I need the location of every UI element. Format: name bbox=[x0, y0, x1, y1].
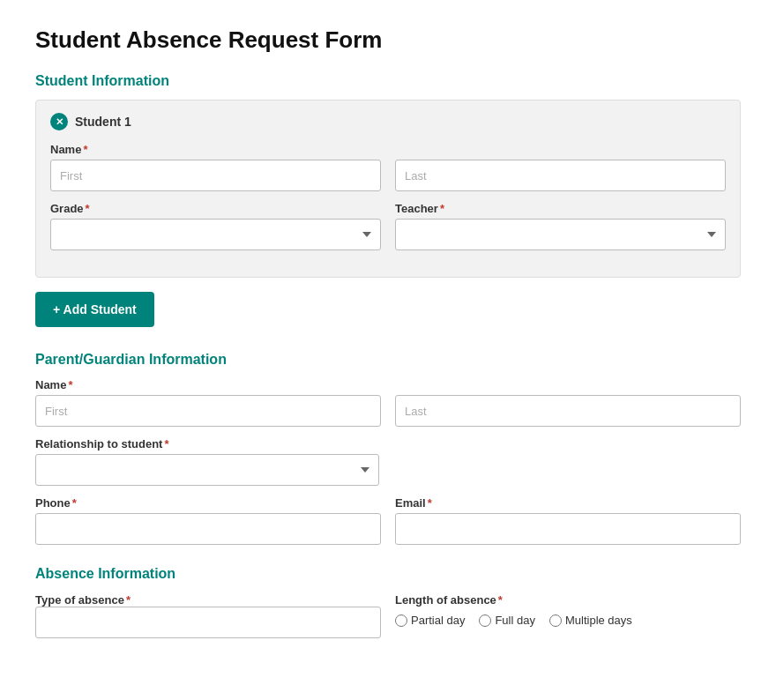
parent-last-name-group bbox=[395, 378, 741, 427]
student-name-row: Name* bbox=[50, 143, 726, 191]
email-required: * bbox=[428, 496, 432, 510]
student-first-name-group: Name* bbox=[50, 143, 381, 191]
page-title: Student Absence Request Form bbox=[35, 26, 741, 54]
teacher-select[interactable] bbox=[395, 219, 726, 250]
student-information-section: Student Information Student 1 Name* bbox=[35, 73, 741, 352]
phone-required: * bbox=[72, 496, 77, 510]
email-input[interactable] bbox=[395, 513, 741, 545]
teacher-required-star: * bbox=[440, 202, 444, 215]
parent-name-row: Name* bbox=[35, 378, 741, 427]
parent-last-name-input[interactable] bbox=[395, 395, 741, 427]
student-1-box: Student 1 Name* Grade* bbox=[35, 100, 741, 278]
add-student-button[interactable]: + Add Student bbox=[35, 292, 154, 327]
parent-first-name-group: Name* bbox=[35, 378, 381, 427]
phone-email-row: Phone* Email* bbox=[35, 496, 741, 545]
partial-day-label[interactable]: Partial day bbox=[395, 614, 465, 627]
relationship-label: Relationship to student* bbox=[35, 437, 379, 451]
student-1-header: Student 1 bbox=[50, 113, 726, 130]
partial-day-radio[interactable] bbox=[395, 614, 407, 627]
student-1-label: Student 1 bbox=[75, 115, 131, 129]
relationship-required: * bbox=[164, 437, 168, 451]
parent-info-title: Parent/Guardian Information bbox=[35, 352, 741, 368]
student-last-name-spacer bbox=[395, 143, 726, 156]
absence-information-section: Absence Information Type of absence* Len… bbox=[35, 566, 741, 638]
length-required: * bbox=[498, 593, 503, 607]
relationship-group: Relationship to student* bbox=[35, 437, 379, 486]
student-last-name-input[interactable] bbox=[395, 160, 726, 191]
student-last-name-group bbox=[395, 143, 726, 191]
student-name-label: Name* bbox=[50, 143, 381, 156]
phone-label: Phone* bbox=[35, 496, 381, 510]
absence-type-group: Type of absence* bbox=[35, 592, 381, 638]
absence-type-input[interactable] bbox=[35, 607, 381, 638]
student-grade-group: Grade* bbox=[50, 202, 381, 250]
grade-label: Grade* bbox=[50, 202, 381, 215]
full-day-radio[interactable] bbox=[479, 614, 491, 627]
remove-student-1-button[interactable] bbox=[50, 113, 68, 130]
parent-information-section: Parent/Guardian Information Name* Relati… bbox=[35, 352, 741, 545]
parent-first-name-input[interactable] bbox=[35, 395, 381, 427]
phone-input[interactable] bbox=[35, 513, 381, 545]
multiple-days-label[interactable]: Multiple days bbox=[549, 614, 632, 627]
student-first-name-input[interactable] bbox=[50, 160, 381, 191]
email-label: Email* bbox=[395, 496, 741, 510]
phone-group: Phone* bbox=[35, 496, 381, 545]
parent-name-required: * bbox=[68, 378, 72, 391]
student-info-title: Student Information bbox=[35, 73, 741, 89]
student-teacher-group: Teacher* bbox=[395, 202, 726, 250]
relationship-row: Relationship to student* bbox=[35, 437, 741, 486]
email-group: Email* bbox=[395, 496, 741, 545]
teacher-label: Teacher* bbox=[395, 202, 726, 215]
grade-required-star: * bbox=[86, 202, 90, 215]
absence-length-group: Length of absence* Partial day Full day … bbox=[395, 592, 741, 627]
length-radio-group: Partial day Full day Multiple days bbox=[395, 614, 741, 627]
absence-info-title: Absence Information bbox=[35, 566, 741, 582]
relationship-select[interactable] bbox=[35, 454, 379, 486]
multiple-days-radio[interactable] bbox=[549, 614, 562, 627]
absence-length-label: Length of absence* bbox=[395, 593, 503, 607]
student-grade-teacher-row: Grade* Teacher* bbox=[50, 202, 726, 250]
name-required-star: * bbox=[83, 143, 87, 156]
type-required: * bbox=[126, 593, 131, 607]
absence-row: Type of absence* Length of absence* Part… bbox=[35, 592, 741, 638]
parent-last-spacer bbox=[395, 378, 741, 391]
full-day-label[interactable]: Full day bbox=[479, 614, 535, 627]
grade-select[interactable] bbox=[50, 219, 381, 250]
absence-type-label: Type of absence* bbox=[35, 593, 131, 607]
parent-name-label: Name* bbox=[35, 378, 381, 391]
